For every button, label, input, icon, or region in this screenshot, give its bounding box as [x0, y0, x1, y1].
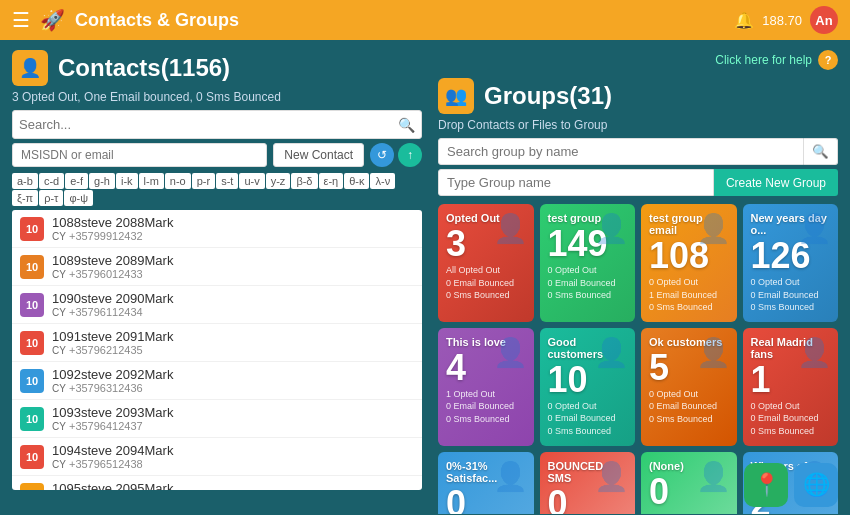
contact-number: 10 — [20, 255, 44, 279]
alpha-filter-btn[interactable]: i-k — [116, 173, 138, 189]
groups-header: 👥 Groups(31) — [438, 78, 838, 114]
contact-number: 10 — [20, 331, 44, 355]
msisdn-row: New Contact ↺ ↑ — [12, 143, 422, 167]
contact-name: 1088steve 2088Mark — [52, 215, 414, 230]
contact-item[interactable]: 10 1090steve 2090Mark CY +35796112434 — [12, 286, 422, 324]
contact-item[interactable]: 10 1094steve 2094Mark CY +35796512438 — [12, 438, 422, 476]
alpha-filter-btn[interactable]: p-r — [192, 173, 215, 189]
alpha-filter-btn[interactable]: n-o — [165, 173, 191, 189]
alpha-filter-bar: a-bc-de-fg-hi-kl-mn-op-rs-tu-vy-zβ-δε-ηθ… — [12, 173, 422, 206]
contact-item[interactable]: 10 1089steve 2089Mark CY +35796012433 — [12, 248, 422, 286]
group-card-icon: 👤 — [696, 212, 731, 245]
contact-item[interactable]: 10 1092steve 2092Mark CY +35796312436 — [12, 362, 422, 400]
contact-info: 1090steve 2090Mark CY +35796112434 — [52, 291, 414, 318]
alpha-filter-btn[interactable]: λ-ν — [370, 173, 395, 189]
refresh-icon[interactable]: ↺ — [370, 143, 394, 167]
contacts-panel: 👤 Contacts(1156) 3 Opted Out, One Email … — [12, 50, 422, 505]
contacts-title: Contacts(1156) — [58, 54, 230, 82]
contact-name: 1089steve 2089Mark — [52, 253, 414, 268]
contact-item[interactable]: 10 1095steve 2095Mark CY +35796612439 — [12, 476, 422, 490]
help-row: Click here for help ? — [438, 50, 838, 70]
alpha-filter-btn[interactable]: s-t — [216, 173, 238, 189]
contact-name: 1094steve 2094Mark — [52, 443, 414, 458]
contact-item[interactable]: 10 1088steve 2088Mark CY +35799912432 — [12, 210, 422, 248]
groups-search-input[interactable] — [438, 138, 804, 165]
group-card-stats: 0 Opted Out0 Email Bounced0 Sms Bounced — [548, 400, 628, 438]
contact-number: 10 — [20, 483, 44, 491]
group-card[interactable]: Ok customers 5 👤 0 Opted Out0 Email Boun… — [641, 328, 737, 446]
group-card[interactable]: Opted Out 3 👤 All Opted Out0 Email Bounc… — [438, 204, 534, 322]
group-card-icon: 👤 — [594, 212, 629, 245]
hamburger-icon[interactable]: ☰ — [12, 8, 30, 32]
group-card[interactable]: Good customers 10 👤 0 Opted Out0 Email B… — [540, 328, 636, 446]
help-link[interactable]: Click here for help — [715, 53, 812, 67]
top-navbar: ☰ 🚀 Contacts & Groups 🔔 188.70 An — [0, 0, 850, 40]
help-icon[interactable]: ? — [818, 50, 838, 70]
alpha-filter-btn[interactable]: φ-ψ — [64, 190, 93, 206]
contact-info: 1095steve 2095Mark CY +35796612439 — [52, 481, 414, 490]
group-card-icon: 👤 — [696, 460, 731, 493]
contact-number: 10 — [20, 407, 44, 431]
contacts-search-row: 🔍 — [12, 110, 422, 139]
groups-icon: 👥 — [438, 78, 474, 114]
group-card[interactable]: Real Madrid fans 1 👤 0 Opted Out0 Email … — [743, 328, 839, 446]
group-card-icon: 👤 — [594, 336, 629, 369]
group-card[interactable]: New years day o... 126 👤 0 Opted Out0 Em… — [743, 204, 839, 322]
contact-flag: CY — [52, 345, 66, 356]
msisdn-input[interactable] — [12, 143, 267, 167]
alpha-filter-btn[interactable]: θ-κ — [344, 173, 369, 189]
new-contact-button[interactable]: New Contact — [273, 143, 364, 167]
globe-fab[interactable]: 🌐 — [794, 463, 838, 507]
contact-item[interactable]: 10 1091steve 2091Mark CY +35796212435 — [12, 324, 422, 362]
alpha-filter-btn[interactable]: u-v — [239, 173, 264, 189]
group-card-icon: 👤 — [493, 212, 528, 245]
alpha-filter-btn[interactable]: y-z — [266, 173, 291, 189]
groups-subtitle: Drop Contacts or Files to Group — [438, 118, 838, 132]
contact-info: 1094steve 2094Mark CY +35796512438 — [52, 443, 414, 470]
contact-phone: CY +35796012433 — [52, 268, 414, 280]
contact-list[interactable]: 10 1088steve 2088Mark CY +35799912432 10… — [12, 210, 422, 490]
alpha-filter-btn[interactable]: ρ-τ — [39, 190, 63, 206]
group-card-stats: 0 Opted Out1 Email Bounced0 Sms Bounced — [649, 276, 729, 314]
groups-search-row: 🔍 — [438, 138, 838, 165]
alpha-filter-btn[interactable]: ε-η — [319, 173, 344, 189]
create-group-button[interactable]: Create New Group — [714, 169, 838, 196]
alpha-filter-btn[interactable]: g-h — [89, 173, 115, 189]
group-card[interactable]: test group email 108 👤 0 Opted Out1 Emai… — [641, 204, 737, 322]
alpha-filter-btn[interactable]: β-δ — [291, 173, 317, 189]
contact-info: 1093steve 2093Mark CY +35796412437 — [52, 405, 414, 432]
alpha-filter-btn[interactable]: e-f — [65, 173, 88, 189]
groups-title: Groups(31) — [484, 82, 612, 110]
group-card[interactable]: 0%-31% Satisfac... 0 👤 0 Opted Out0 Emai… — [438, 452, 534, 514]
user-avatar[interactable]: An — [810, 6, 838, 34]
upload-icon[interactable]: ↑ — [398, 143, 422, 167]
group-card[interactable]: (None) 0 👤 0 Opted Out0 Email Bounced0 S… — [641, 452, 737, 514]
group-card-icon: 👤 — [493, 336, 528, 369]
contact-number: 10 — [20, 369, 44, 393]
group-card[interactable]: test group 149 👤 0 Opted Out0 Email Boun… — [540, 204, 636, 322]
contacts-search-input[interactable] — [19, 113, 398, 136]
contacts-header: 👤 Contacts(1156) — [12, 50, 422, 86]
location-fab[interactable]: 📍 — [744, 463, 788, 507]
alpha-filter-btn[interactable]: ξ-π — [12, 190, 38, 206]
alpha-filter-btn[interactable]: a-b — [12, 173, 38, 189]
group-card-icon: 👤 — [594, 460, 629, 493]
group-card[interactable]: BOUNCED SMS 0 👤 0 Opted OutAll Email Bou… — [540, 452, 636, 514]
groups-search-button[interactable]: 🔍 — [804, 138, 838, 165]
contact-number: 10 — [20, 217, 44, 241]
contact-item[interactable]: 10 1093steve 2093Mark CY +35796412437 — [12, 400, 422, 438]
alpha-filter-btn[interactable]: l-m — [139, 173, 164, 189]
alpha-filter-btn[interactable]: c-d — [39, 173, 64, 189]
bell-icon[interactable]: 🔔 — [734, 11, 754, 30]
contact-flag: CY — [52, 421, 66, 432]
contact-info: 1092steve 2092Mark CY +35796312436 — [52, 367, 414, 394]
app-title: Contacts & Groups — [75, 10, 239, 31]
group-name-input[interactable] — [438, 169, 714, 196]
contact-info: 1088steve 2088Mark CY +35799912432 — [52, 215, 414, 242]
contact-name: 1090steve 2090Mark — [52, 291, 414, 306]
contact-phone: CY +35796112434 — [52, 306, 414, 318]
contacts-subtitle: 3 Opted Out, One Email bounced, 0 Sms Bo… — [12, 90, 422, 104]
group-card-stats: All Opted Out0 Email Bounced0 Sms Bounce… — [446, 264, 526, 302]
group-card[interactable]: This is love 4 👤 1 Opted Out0 Email Boun… — [438, 328, 534, 446]
contact-phone: CY +35796212435 — [52, 344, 414, 356]
